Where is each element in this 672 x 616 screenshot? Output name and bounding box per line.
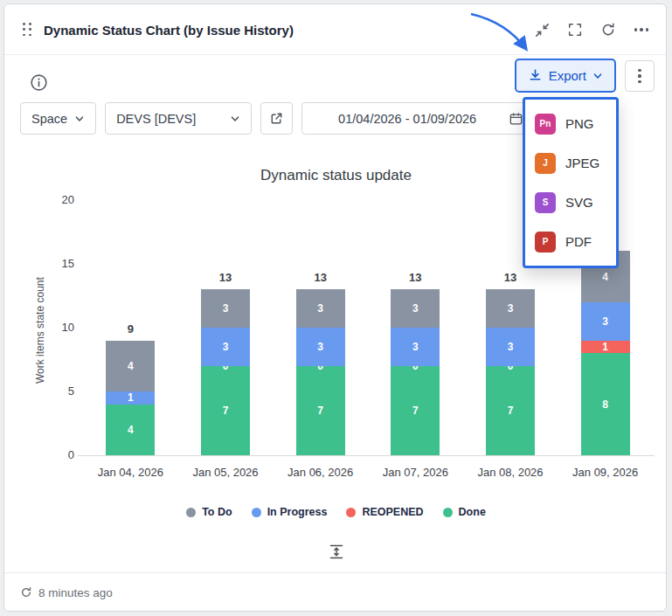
- y-axis-tick-label: 10: [45, 320, 74, 336]
- chart-legend: To DoIn ProgressREOPENEDDone: [4, 506, 668, 518]
- bar-segment-label: 3: [486, 301, 535, 315]
- space-dropdown-label: Space: [31, 112, 67, 126]
- widget-footer: 8 minutes ago: [4, 572, 666, 612]
- svg-file-icon: S: [535, 192, 556, 213]
- x-axis-category-label: Jan 08, 2026: [462, 466, 558, 479]
- bar-segment-label: 3: [486, 340, 535, 354]
- bar-segment-label: 1: [581, 340, 630, 354]
- fit-height-control[interactable]: [329, 544, 344, 563]
- y-axis-tick-label: 0: [45, 447, 74, 463]
- export-button-label: Export: [549, 68, 586, 83]
- chevron-down-icon: [592, 71, 603, 81]
- export-menu-item-label: PNG: [565, 116, 594, 131]
- legend-item-reopened[interactable]: REOPENED: [346, 506, 423, 518]
- widget-menu-button[interactable]: [625, 60, 655, 92]
- bar-segment-label: 4: [106, 359, 155, 373]
- legend-swatch: [346, 508, 356, 517]
- refresh-icon: [600, 22, 616, 38]
- collapse-icon: [534, 22, 551, 38]
- x-axis-line: [78, 455, 655, 456]
- y-axis-tick-label: 5: [45, 384, 74, 399]
- project-select-value: DEVS [DEVS]: [116, 112, 196, 126]
- bar-total-label: 9: [106, 322, 155, 336]
- x-axis-category-label: Jan 07, 2026: [367, 466, 463, 479]
- bar-segment-label: 8: [581, 398, 630, 412]
- jpeg-file-icon: J: [535, 153, 556, 174]
- export-menu-item-jpeg[interactable]: JJPEG: [525, 143, 616, 183]
- legend-swatch: [252, 508, 261, 517]
- y-axis-tick-label: 15: [45, 256, 74, 272]
- widget-header: Dynamic Status Chart (by Issue History): [4, 4, 666, 55]
- bar-segment-label: 3: [391, 301, 440, 315]
- export-menu-item-label: JPEG: [565, 156, 599, 170]
- png-file-icon: Pn: [535, 114, 556, 135]
- bar-segment-label: 7: [201, 404, 250, 418]
- legend-swatch: [443, 508, 453, 517]
- open-in-new-button[interactable]: [260, 102, 293, 135]
- bar-segment-label: 1: [106, 391, 155, 405]
- legend-swatch: [186, 508, 196, 517]
- fullscreen-button[interactable]: [564, 18, 586, 41]
- export-menu-item-label: SVG: [565, 195, 593, 210]
- bar-segment-label: 7: [486, 404, 535, 418]
- project-select[interactable]: DEVS [DEVS]: [105, 102, 252, 135]
- export-menu: PnPNGJJPEGSSVGPPDF: [523, 97, 619, 268]
- date-range-input[interactable]: 01/04/2026 - 01/09/2026: [301, 102, 532, 135]
- bar-segment-label: 3: [201, 301, 250, 315]
- legend-label: In Progress: [267, 506, 328, 518]
- download-icon: [528, 68, 543, 83]
- bar-segment-label: 3: [391, 340, 440, 354]
- space-dropdown[interactable]: Space: [20, 102, 96, 135]
- legend-label: REOPENED: [362, 506, 423, 518]
- info-icon[interactable]: [27, 71, 50, 93]
- header-actions: [530, 18, 653, 41]
- bar-segment-label: 3: [581, 315, 630, 329]
- legend-item-done[interactable]: Done: [443, 506, 486, 518]
- bar-total-label: 13: [391, 271, 440, 285]
- collapse-button[interactable]: [530, 18, 553, 41]
- x-axis-category-label: Jan 06, 2026: [273, 466, 369, 479]
- export-button[interactable]: Export: [515, 59, 616, 93]
- filter-bar: Space DEVS [DEVS] 01/04/2026 - 01/09/202…: [20, 102, 532, 135]
- bar-segment-label: 4: [106, 423, 155, 437]
- chevron-down-icon: [230, 114, 240, 124]
- bar-segment-label: 3: [296, 301, 345, 315]
- expand-height-icon: [329, 544, 344, 559]
- chevron-down-icon: [74, 114, 85, 124]
- more-options-button[interactable]: [630, 18, 653, 41]
- ellipsis-icon: [634, 28, 648, 31]
- bar-segment-label: 7: [296, 404, 345, 418]
- date-range-value: 01/04/2026 - 01/09/2026: [338, 112, 476, 126]
- widget-title: Dynamic Status Chart (by Issue History): [44, 4, 294, 55]
- drag-handle-icon[interactable]: [23, 23, 32, 37]
- legend-item-in-progress[interactable]: In Progress: [252, 506, 328, 518]
- export-menu-item-label: PDF: [565, 234, 592, 249]
- bar-total-label: 13: [201, 271, 250, 285]
- bar-segment-label: 7: [391, 404, 440, 418]
- last-refresh-icon: [20, 586, 32, 599]
- x-axis-category-label: Jan 04, 2026: [82, 466, 178, 479]
- bar-segment-label: 4: [581, 270, 630, 284]
- bar-total-label: 13: [486, 271, 535, 285]
- fullscreen-icon: [567, 22, 583, 38]
- export-menu-item-png[interactable]: PnPNG: [525, 104, 616, 143]
- x-axis-category-label: Jan 05, 2026: [177, 466, 274, 479]
- refresh-button[interactable]: [597, 18, 620, 41]
- bar-total-label: 13: [296, 271, 345, 285]
- legend-label: Done: [459, 506, 486, 518]
- calendar-icon[interactable]: [509, 111, 523, 126]
- y-axis-tick-label: 20: [45, 192, 74, 208]
- legend-item-to-do[interactable]: To Do: [186, 506, 232, 518]
- legend-label: To Do: [202, 506, 232, 518]
- x-axis-category-label: Jan 09, 2026: [558, 466, 654, 479]
- external-link-icon: [269, 111, 284, 126]
- export-menu-item-svg[interactable]: SSVG: [525, 183, 616, 222]
- pdf-file-icon: P: [535, 232, 556, 253]
- export-menu-item-pdf[interactable]: PPDF: [525, 222, 616, 261]
- widget-card: Dynamic Status Chart (by Issue History) …: [3, 3, 667, 612]
- bar-segment-label: 3: [296, 340, 345, 354]
- last-updated-text: 8 minutes ago: [38, 586, 113, 599]
- bar-segment-label: 3: [201, 340, 250, 354]
